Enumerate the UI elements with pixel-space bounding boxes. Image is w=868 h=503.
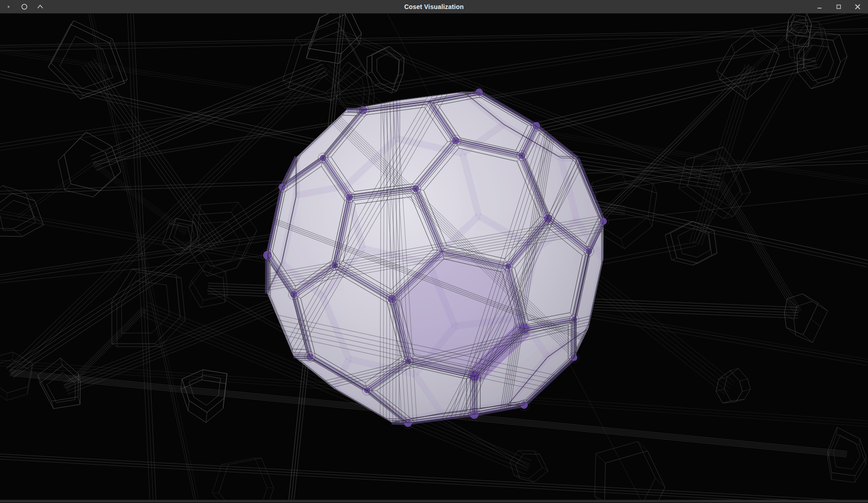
window-title: Coset Visualization <box>0 3 868 10</box>
window-controls <box>816 0 862 14</box>
circle-icon[interactable] <box>20 3 28 11</box>
window-bottom-border <box>0 500 868 503</box>
chevron-up-icon[interactable] <box>36 3 44 11</box>
maximize-button[interactable] <box>835 3 843 11</box>
close-button[interactable] <box>854 3 862 11</box>
minimize-button[interactable] <box>816 3 824 11</box>
titlebar[interactable]: Coset Visualization <box>0 0 868 14</box>
viewport-canvas[interactable] <box>0 14 868 500</box>
titlebar-left-icons <box>5 0 44 14</box>
coset-3d-scene[interactable] <box>0 14 868 500</box>
coset-sphere <box>261 87 609 429</box>
dot-icon[interactable] <box>5 3 13 11</box>
